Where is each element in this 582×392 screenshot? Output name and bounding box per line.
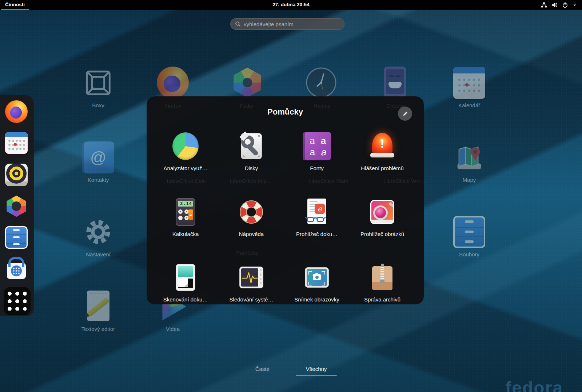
bg-app-firefox[interactable] [157, 67, 189, 99]
problem-reporting-icon: ! [368, 132, 396, 160]
app-label: Fonty [310, 165, 324, 171]
app-grid-icon [8, 292, 27, 311]
app-label: Analyzátor využ… [164, 165, 208, 171]
image-viewer-icon [368, 198, 396, 226]
dialog-app-help[interactable]: Nápověda [219, 198, 284, 237]
text-editor-icon [87, 291, 109, 321]
top-bar: Činnosti 27. dubna 20:54 [0, 0, 582, 10]
bg-app-label: Nastavení [62, 251, 135, 257]
bg-app-cheese[interactable] [379, 67, 402, 98]
dialog-app-system-monitor[interactable]: Sledování systé… [219, 263, 284, 303]
dialog-app-archive-manager[interactable]: Správa archivů [350, 263, 415, 303]
tab-frequent[interactable]: Časté [249, 365, 276, 373]
show-applications-button[interactable] [4, 287, 31, 315]
search-input[interactable] [244, 21, 340, 27]
dock-item-firefox[interactable] [5, 100, 28, 124]
dock-item-rhythmbox[interactable] [5, 164, 28, 187]
clock[interactable]: 27. dubna 20:54 [0, 0, 582, 9]
faint-bg-label: LibreOffice Math [292, 178, 365, 184]
faint-bg-label: LibreOffice Imp… [215, 178, 287, 184]
document-scanner-icon [171, 263, 200, 292]
search-icon [235, 21, 241, 27]
app-label: Skenování doku… [163, 296, 208, 303]
files-icon [453, 216, 485, 248]
volume-icon [551, 2, 558, 8]
faint-bg-label: Cheese [359, 103, 432, 109]
dialog-app-document-viewer[interactable]: e Prohlížeč doku… [284, 198, 350, 237]
faint-bg-label: LibreOffice Calc [150, 178, 223, 184]
faint-bg-label: Pomůcky [211, 250, 284, 256]
bg-app-contacts[interactable]: @ [82, 141, 114, 173]
dock-item-software[interactable] [5, 258, 28, 281]
bg-app-clocks[interactable] [305, 67, 337, 100]
app-label: Snímek obrazovky [294, 296, 339, 303]
cheese-icon [384, 67, 406, 98]
dialog-app-screenshot[interactable]: Snímek obrazovky [284, 263, 350, 303]
bg-app-calendar[interactable] [453, 67, 485, 99]
bg-app-label: Kontakty [62, 177, 135, 183]
folder-dialog: Pomůcky Analyzátor využ… Disky [147, 96, 424, 304]
network-wired-icon [541, 2, 547, 8]
software-icon [5, 258, 28, 280]
dialog-app-problem-reporting[interactable]: ! Hlášení problémů [350, 132, 415, 171]
system-status-area[interactable] [538, 0, 580, 10]
app-label: Kalkulačka [172, 231, 199, 237]
dialog-app-disk-usage-analyzer[interactable]: Analyzátor využ… [153, 132, 218, 171]
fedora-watermark: fedora [505, 378, 563, 392]
pencil-icon [402, 111, 408, 117]
faint-bg-label: Hodiny [286, 103, 358, 109]
files-icon [5, 226, 28, 249]
glasses-icon [305, 216, 327, 223]
power-icon [562, 2, 568, 8]
photos-icon [231, 67, 263, 99]
system-monitor-icon [237, 263, 266, 292]
dialog-app-fonts[interactable]: a a a a Fonty [284, 132, 350, 171]
boxes-icon [82, 67, 114, 99]
gnome-overview: fedora [0, 0, 582, 392]
document-viewer-icon: e [303, 198, 331, 226]
disk-usage-analyzer-icon [171, 132, 200, 160]
photos-icon [5, 195, 28, 217]
contacts-icon: @ [82, 141, 114, 173]
app-label: Sledování systé… [230, 296, 274, 303]
dialog-app-calculator[interactable]: 3.14 + × − ÷ = Kalkulačka [153, 198, 218, 237]
fonts-icon: a a a a [303, 132, 331, 160]
search-bar [230, 18, 344, 30]
app-label: Správa archivů [364, 296, 400, 303]
clocks-icon [305, 67, 337, 99]
dock-item-calendar[interactable] [5, 132, 28, 155]
tab-all[interactable]: Všechny [299, 365, 334, 373]
bg-app-settings[interactable] [82, 216, 114, 249]
bg-app-files[interactable] [453, 216, 485, 248]
faint-bg-label: Fotky [210, 103, 283, 109]
faint-bg-label: Firefox [136, 103, 209, 109]
bg-app-label: Soubory [433, 251, 506, 257]
app-label: Prohlížeč doku… [296, 231, 338, 237]
bg-app-label: Mapy [433, 177, 506, 183]
dock-item-photos[interactable] [5, 195, 28, 218]
dock-item-files[interactable] [5, 226, 28, 249]
dialog-app-document-scanner[interactable]: Skenování doku… [153, 263, 218, 303]
bg-app-label: Textový editor [62, 326, 135, 332]
bg-app-text-editor[interactable] [82, 291, 105, 321]
bg-app-maps[interactable] [453, 141, 485, 175]
app-label: Disky [245, 165, 258, 171]
archive-manager-icon [368, 263, 396, 292]
help-lifebuoy-icon [237, 198, 266, 226]
bg-app-photos[interactable] [231, 67, 263, 99]
bg-app-boxes[interactable] [82, 67, 114, 100]
calculator-icon: 3.14 + × − ÷ = [171, 198, 200, 226]
screenshot-icon [303, 263, 331, 292]
chevron-down-icon [573, 3, 577, 7]
calendar-icon [453, 67, 485, 99]
dialog-app-disks[interactable]: Disky [219, 132, 284, 171]
dialog-app-image-viewer[interactable]: Prohlížeč obrázků [350, 198, 415, 237]
app-label: Hlášení problémů [361, 165, 404, 171]
bg-app-label: Kalendář [433, 102, 506, 108]
rhythmbox-icon [5, 164, 28, 186]
disks-icon [237, 132, 266, 160]
camera-icon [313, 274, 321, 280]
app-label: Prohlížeč obrázků [360, 231, 404, 237]
faint-bg-label: LibreOffice Writ… [368, 178, 441, 184]
firefox-icon [5, 100, 28, 123]
